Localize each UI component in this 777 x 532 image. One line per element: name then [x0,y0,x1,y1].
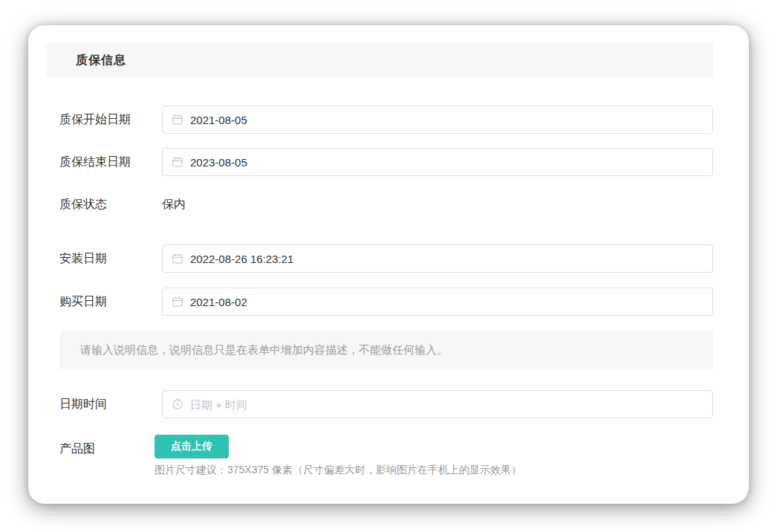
warranty-end-field[interactable] [190,156,703,169]
purchase-date-input[interactable] [162,288,713,316]
note-banner: 请输入说明信息，说明信息只是在表单中增加内容描述，不能做任何输入。 [59,331,713,369]
page: 质保信息 质保开始日期 质保结束日期 [0,0,777,532]
form-row-warranty-start: 质保开始日期 [59,106,713,134]
install-date-field[interactable] [190,253,703,265]
clock-icon [172,398,183,410]
purchase-date-field[interactable] [190,296,703,308]
datetime-input[interactable] [162,390,713,418]
note-text: 请输入说明信息，说明信息只是在表单中增加内容描述，不能做任何输入。 [80,343,448,357]
warranty-end-input[interactable] [162,148,713,176]
warranty-status-label: 质保状态 [59,197,162,213]
warranty-start-label: 质保开始日期 [59,112,162,128]
warranty-status-value: 保内 [162,197,186,213]
upload-hint: 图片尺寸建议：375X375 像素（尺寸偏差大时，影响图片在手机上的显示效果） [155,464,521,477]
upload-button[interactable]: 点击上传 [155,435,229,458]
form-row-warranty-status: 质保状态 保内 [59,190,713,218]
warranty-start-field[interactable] [190,114,703,126]
section-header: 质保信息 [46,43,713,78]
calendar-icon [172,296,183,308]
datetime-field[interactable] [190,398,703,411]
calendar-icon [172,253,183,265]
warranty-start-input[interactable] [162,106,713,134]
purchase-date-label: 购买日期 [59,294,162,310]
install-date-input[interactable] [162,244,713,273]
section-title: 质保信息 [76,53,126,68]
product-image-label: 产品图 [59,441,95,457]
form-row-install-date: 安装日期 [59,244,713,273]
warranty-end-label: 质保结束日期 [59,155,162,170]
calendar-icon [172,114,183,126]
calendar-icon [172,156,183,168]
warranty-form-card: 质保信息 质保开始日期 质保结束日期 [28,25,749,504]
form-row-purchase-date: 购买日期 [59,288,713,316]
form-row-datetime: 日期时间 [59,390,713,418]
form-row-warranty-end: 质保结束日期 [59,148,713,176]
install-date-label: 安装日期 [59,251,162,267]
datetime-label: 日期时间 [59,397,162,412]
